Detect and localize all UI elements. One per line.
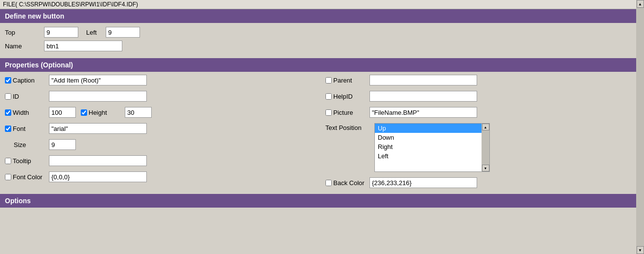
options-section-header: Options bbox=[0, 194, 636, 208]
text-position-option-up[interactable]: Up bbox=[375, 124, 489, 133]
parent-checkbox[interactable] bbox=[325, 77, 332, 84]
properties-grid: Caption ID Width bbox=[0, 72, 636, 194]
name-row: Name bbox=[5, 41, 631, 51]
width-checkbox[interactable] bbox=[5, 109, 11, 116]
properties-section-header: Properties (Optional) bbox=[0, 58, 636, 72]
width-height-row: Width Height bbox=[5, 107, 311, 118]
text-position-option-down[interactable]: Down bbox=[375, 133, 489, 142]
dropdown-scroll-down[interactable]: ▼ bbox=[482, 165, 489, 171]
id-check-label: ID bbox=[5, 93, 49, 100]
caption-checkbox[interactable] bbox=[5, 77, 11, 84]
scroll-down-btn[interactable]: ▼ bbox=[637, 246, 644, 254]
height-checkbox[interactable] bbox=[81, 109, 87, 116]
define-section-label: Define new button bbox=[5, 12, 64, 20]
size-row: Size bbox=[5, 139, 311, 150]
width-label: Width bbox=[13, 109, 29, 116]
dropdown-scrollbar: ▲ ▼ bbox=[482, 124, 489, 171]
right-column: Parent HelpID Picture bbox=[325, 75, 631, 191]
picture-check-label: Picture bbox=[325, 109, 369, 116]
back-color-input[interactable] bbox=[369, 177, 477, 188]
id-input[interactable] bbox=[49, 91, 147, 102]
content-area: FILE( C:\SSRPWI\DOUBLES\RPWI1\IDF\IDF4.I… bbox=[0, 0, 636, 208]
define-section-header: Define new button bbox=[0, 9, 636, 23]
back-color-label: Back Color bbox=[333, 179, 365, 187]
height-label: Height bbox=[89, 109, 107, 116]
font-input[interactable] bbox=[49, 123, 147, 134]
options-section-label: Options bbox=[5, 197, 31, 205]
text-position-row: Text Position Up Down Right Left ▲ ▼ bbox=[325, 123, 631, 172]
picture-row: Picture bbox=[325, 107, 631, 118]
font-color-row: Font Color bbox=[5, 171, 311, 182]
text-position-option-right[interactable]: Right bbox=[375, 142, 489, 151]
tooltip-row: Tooltip bbox=[5, 155, 311, 166]
caption-label: Caption bbox=[13, 77, 35, 84]
top-label: Top bbox=[5, 29, 44, 36]
tooltip-check-label: Tooltip bbox=[5, 157, 49, 165]
text-position-option-left[interactable]: Left bbox=[375, 151, 489, 161]
parent-label: Parent bbox=[333, 77, 352, 84]
id-checkbox[interactable] bbox=[5, 93, 11, 100]
dropdown-scroll-track bbox=[482, 130, 489, 165]
parent-row: Parent bbox=[325, 75, 631, 85]
dropdown-scroll-up[interactable]: ▲ bbox=[482, 124, 489, 130]
left-column: Caption ID Width bbox=[5, 75, 311, 191]
width-check-label: Width bbox=[5, 109, 49, 116]
top-left-row: Top Left bbox=[5, 27, 631, 38]
picture-checkbox[interactable] bbox=[325, 109, 332, 116]
caption-input[interactable] bbox=[49, 75, 147, 85]
font-color-label: Font Color bbox=[13, 173, 43, 181]
font-color-input[interactable] bbox=[49, 171, 147, 182]
parent-check-label: Parent bbox=[325, 77, 369, 84]
left-label: Left bbox=[86, 29, 106, 36]
left-input[interactable] bbox=[106, 27, 140, 38]
font-color-checkbox[interactable] bbox=[5, 174, 11, 180]
scroll-up-btn[interactable]: ▲ bbox=[637, 0, 644, 8]
font-color-check-label: Font Color bbox=[5, 173, 49, 181]
font-row: Font bbox=[5, 123, 311, 134]
text-position-label: Text Position bbox=[325, 123, 374, 131]
main-container: FILE( C:\SSRPWI\DOUBLES\RPWI1\IDF\IDF4.I… bbox=[0, 0, 644, 254]
tooltip-checkbox[interactable] bbox=[5, 158, 11, 164]
font-check-label: Font bbox=[5, 125, 49, 132]
help-id-checkbox[interactable] bbox=[325, 93, 332, 100]
name-input[interactable] bbox=[44, 41, 122, 51]
picture-label: Picture bbox=[333, 109, 353, 116]
title-bar: FILE( C:\SSRPWI\DOUBLES\RPWI1\IDF\IDF4.I… bbox=[0, 0, 636, 9]
caption-row: Caption bbox=[5, 75, 311, 85]
name-label: Name bbox=[5, 42, 44, 50]
back-color-row: Back Color bbox=[325, 177, 631, 188]
help-id-row: HelpID bbox=[325, 91, 631, 102]
font-label: Font bbox=[13, 125, 25, 132]
parent-input[interactable] bbox=[369, 75, 477, 85]
help-id-label: HelpID bbox=[333, 93, 353, 100]
id-row: ID bbox=[5, 91, 311, 102]
tooltip-input[interactable] bbox=[49, 155, 147, 166]
caption-check-label: Caption bbox=[5, 77, 49, 84]
back-color-checkbox[interactable] bbox=[325, 180, 332, 186]
size-label: Size bbox=[5, 141, 49, 148]
top-input[interactable] bbox=[44, 27, 78, 38]
picture-input[interactable] bbox=[369, 107, 477, 118]
height-check-label: Height bbox=[81, 109, 125, 116]
tooltip-label: Tooltip bbox=[13, 157, 31, 165]
id-label: ID bbox=[13, 93, 19, 100]
help-id-check-label: HelpID bbox=[325, 93, 369, 100]
help-id-input[interactable] bbox=[369, 91, 477, 102]
properties-section-label: Properties (Optional) bbox=[5, 61, 73, 69]
back-color-check-label: Back Color bbox=[325, 179, 369, 187]
size-input[interactable] bbox=[49, 139, 76, 150]
font-checkbox[interactable] bbox=[5, 126, 11, 132]
top-name-area: Top Left Name bbox=[0, 23, 636, 58]
title-text: FILE( C:\SSRPWI\DOUBLES\RPWI1\IDF\IDF4.I… bbox=[3, 1, 138, 8]
text-position-dropdown: Up Down Right Left ▲ ▼ bbox=[374, 123, 490, 172]
width-input[interactable] bbox=[49, 107, 76, 118]
main-scrollbar: ▲ ▼ bbox=[636, 0, 644, 254]
scroll-track bbox=[637, 8, 644, 246]
height-input[interactable] bbox=[125, 107, 152, 118]
